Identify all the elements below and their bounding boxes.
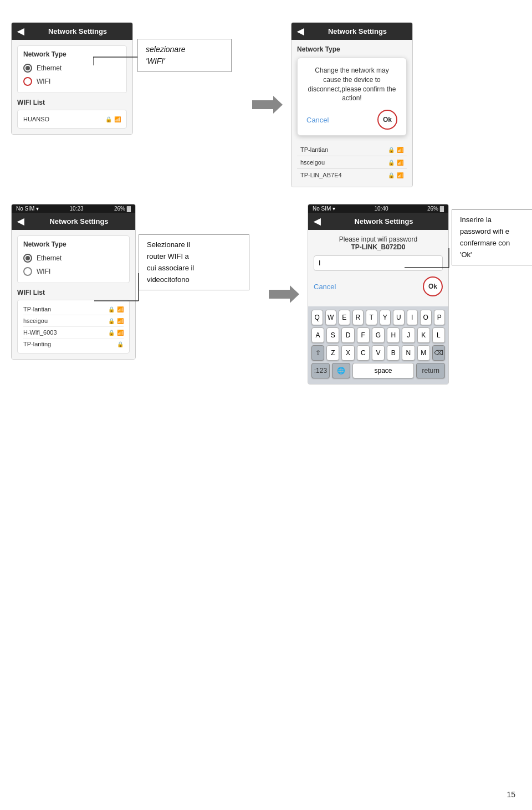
callout-selezionare-text: selezionare 'WIFI' <box>137 39 232 72</box>
key-k[interactable]: K <box>417 327 430 343</box>
row2-phone1-back[interactable]: ◀ <box>17 216 24 227</box>
phone2-back-arrow[interactable]: ◀ <box>297 26 304 37</box>
row2-phone1: No SIM ▾ 10:23 26% ▓ ◀ Network Settings … <box>11 204 136 360</box>
row2-network-type-box: Network Type Ethernet WIFI <box>17 235 130 283</box>
key-f[interactable]: F <box>357 327 370 343</box>
password-label: Please input wifi password TP-LINK_B072D… <box>314 235 443 251</box>
key-globe[interactable]: 🌐 <box>332 363 350 378</box>
key-v[interactable]: V <box>372 345 385 361</box>
dialog-message: Change the network may cause the device … <box>306 66 397 103</box>
password-cancel-button[interactable]: Cancel <box>314 283 336 291</box>
row2-phone2: No SIM ▾ 10:40 26% ▓ ◀ Network Settings … <box>308 204 449 385</box>
key-t[interactable]: T <box>366 310 377 325</box>
row2-wifi-hwifi-name: H-Wifi_6003 <box>23 329 57 336</box>
key-g[interactable]: G <box>372 327 385 343</box>
callout-inserire-text: Inserire la password wifi e confermare c… <box>452 209 532 265</box>
row2-wifi-option[interactable]: WIFI <box>23 265 124 278</box>
wifi-item-huanso[interactable]: HUANSO 🔒 📶 <box>23 114 121 125</box>
password-ok-button[interactable]: Ok <box>423 276 443 296</box>
row2-lock-tplanting: 🔒 <box>117 341 124 347</box>
key-c[interactable]: C <box>357 345 370 361</box>
callout-router-wifi: Selezionare il router WIFI a cui associa… <box>139 234 249 290</box>
row2-phone1-title: Network Settings <box>28 217 130 225</box>
key-numbers[interactable]: :123 <box>311 363 330 378</box>
row2-wifi-list-box: TP-lantian 🔒 📶 hsceigou 🔒 📶 <box>17 300 130 353</box>
page-container: ◀ Network Settings Network Type Ethernet <box>0 0 532 810</box>
key-h[interactable]: H <box>387 327 400 343</box>
wifi-item-hsceigou[interactable]: hsceigou 🔒 📶 <box>297 156 407 169</box>
wifi-label: WIFI <box>37 78 50 85</box>
key-o[interactable]: O <box>420 310 432 325</box>
row2-phone2-back[interactable]: ◀ <box>314 216 320 227</box>
status-right: 26% ▓ <box>114 206 131 212</box>
key-r[interactable]: R <box>352 310 364 325</box>
lock-icon-hs: 🔒 <box>388 160 395 166</box>
wifi-item-tplantian[interactable]: TP-lantian 🔒 📶 <box>297 143 407 156</box>
wifi-icons: 🔒 📶 <box>105 116 121 122</box>
row1-phone1-wrapper: ◀ Network Settings Network Type Ethernet <box>11 22 136 135</box>
status-left: No SIM ▾ <box>16 206 39 212</box>
key-e[interactable]: E <box>339 310 350 325</box>
key-x[interactable]: X <box>341 345 354 361</box>
password-input[interactable] <box>314 255 443 271</box>
password-dialog-buttons: Cancel Ok <box>314 276 443 296</box>
key-u[interactable]: U <box>393 310 405 325</box>
key-i[interactable]: I <box>407 310 418 325</box>
key-space[interactable]: space <box>352 363 415 378</box>
key-n[interactable]: N <box>402 345 415 361</box>
row2-wifi-hs-name: hsceigou <box>23 317 48 324</box>
ssid-text: TP-LINK_B072D0 <box>351 243 405 251</box>
row2-lock-hwifi: 🔒 <box>108 330 115 336</box>
phone2-network-type-label: Network Type <box>297 45 407 53</box>
row2-wifi-item-tp[interactable]: TP-lantian 🔒 📶 <box>23 304 124 315</box>
key-return[interactable]: return <box>416 363 445 378</box>
back-arrow-icon[interactable]: ◀ <box>17 26 24 37</box>
key-y[interactable]: Y <box>380 310 391 325</box>
wifi-name-tplink: TP-LlN_AB7E4 <box>300 172 342 178</box>
key-delete[interactable]: ⌫ <box>432 345 445 361</box>
wifi-item-tplink[interactable]: TP-LlN_AB7E4 🔒 📶 <box>297 169 407 181</box>
ethernet-radio[interactable] <box>23 64 32 73</box>
wifi-icon-tplink: 📶 <box>397 172 403 178</box>
dialog-buttons: Cancel Ok <box>306 110 397 130</box>
keyboard-row1: Q W E R T Y U I O P <box>311 310 445 325</box>
row2-ethernet-option[interactable]: Ethernet <box>23 252 124 265</box>
key-j[interactable]: J <box>402 327 415 343</box>
ok-button[interactable]: Ok <box>377 110 397 130</box>
key-m[interactable]: M <box>417 345 430 361</box>
key-a[interactable]: A <box>311 327 324 343</box>
key-shift[interactable]: ⇧ <box>311 345 324 361</box>
key-q[interactable]: Q <box>311 310 323 325</box>
phone2-content: Network Type Change the network may caus… <box>291 40 412 187</box>
key-p[interactable]: P <box>434 310 446 325</box>
wifi-option[interactable]: WIFI <box>23 75 121 88</box>
key-l[interactable]: L <box>432 327 445 343</box>
key-w[interactable]: W <box>325 310 337 325</box>
phone1-title: Network Settings <box>28 27 127 35</box>
ethernet-radio-inner <box>25 66 30 70</box>
key-d[interactable]: D <box>341 327 354 343</box>
keyboard-row2: A S D F G H J K L <box>311 327 445 343</box>
wifi-name-tplantian: TP-lantian <box>300 146 328 153</box>
wifi-name-hsceigou: hsceigou <box>300 159 325 166</box>
row2-wifi-list-label: WIFI List <box>17 289 130 296</box>
row2-wifi-item-tplanting[interactable]: TP-lanting 🔒 <box>23 339 124 350</box>
wifi-icons-tplink: 🔒 📶 <box>388 172 403 178</box>
key-s[interactable]: S <box>326 327 339 343</box>
status-right-center: 10:40 <box>375 206 388 212</box>
key-b[interactable]: B <box>387 345 400 361</box>
key-z[interactable]: Z <box>326 345 339 361</box>
wifi-radio[interactable] <box>23 77 32 86</box>
wifi-list-box: HUANSO 🔒 📶 <box>17 110 127 129</box>
wifi-icons-hs: 🔒 📶 <box>388 160 403 166</box>
row2-wifi-item-hs[interactable]: hsceigou 🔒 📶 <box>23 315 124 327</box>
inserire-line2: password wifi e <box>460 227 509 235</box>
ethernet-label: Ethernet <box>37 64 62 72</box>
cancel-button[interactable]: Cancel <box>306 116 329 124</box>
row2-wifi-radio[interactable] <box>23 267 32 276</box>
row2-ethernet-radio-inner <box>25 256 30 260</box>
dialog-box: Change the network may cause the device … <box>297 58 407 136</box>
row2-wifi-item-hwifi[interactable]: H-Wifi_6003 🔒 📶 <box>23 327 124 339</box>
status-bar-right: No SIM ▾ 10:40 26% ▓ <box>308 204 448 213</box>
row2-ethernet-radio[interactable] <box>23 254 32 263</box>
